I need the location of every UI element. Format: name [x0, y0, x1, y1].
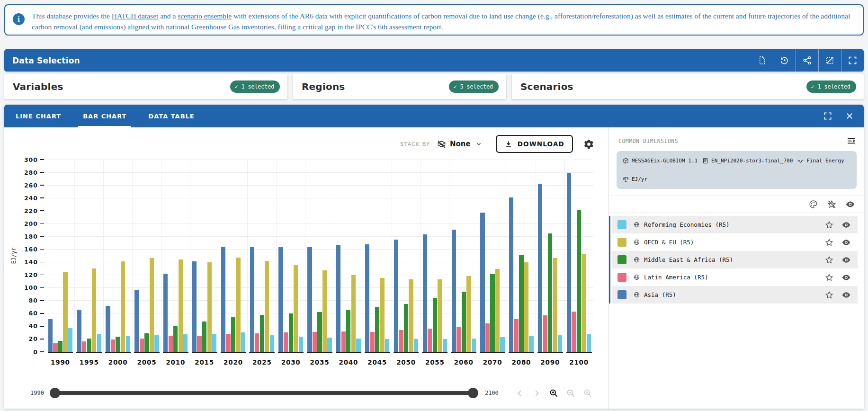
chart-controls: STACK BY None DOWNLOAD: [4, 135, 608, 153]
model-icon: [622, 157, 629, 164]
visibility-eye-icon[interactable]: [841, 238, 851, 247]
year-range-slider-row: 1990 2100: [4, 377, 608, 409]
legend-label: OECD & EU (R5): [644, 239, 694, 246]
unstar-all-icon[interactable]: [827, 199, 837, 209]
legend-label: Reforming Economies (R5): [644, 221, 730, 228]
fullscreen-icon[interactable]: [841, 49, 864, 71]
legend-row[interactable]: Middle East & Africa (R5): [612, 251, 858, 268]
favorite-star-icon[interactable]: [824, 220, 834, 230]
favorite-star-icon[interactable]: [824, 273, 834, 282]
check-icon: ✓: [811, 83, 814, 90]
svg-text:2015: 2015: [195, 358, 214, 366]
common-dimensions-title: COMMON DIMENSIONS: [618, 138, 678, 144]
svg-text:EJ/yr: EJ/yr: [10, 248, 17, 264]
regions-card[interactable]: Regions ✓ 5 selected: [293, 74, 506, 99]
tab-line-chart[interactable]: LINE CHART: [5, 105, 72, 127]
check-icon: ✓: [235, 83, 238, 90]
banner-text-2: and a: [158, 12, 178, 20]
toggle-all-visibility-eye-icon[interactable]: [845, 199, 855, 209]
favorite-star-icon[interactable]: [824, 238, 834, 247]
visibility-eye-icon[interactable]: [841, 290, 851, 300]
scenario-ensemble-link[interactable]: scenario ensemble: [178, 12, 232, 20]
series-color-swatch: [617, 220, 626, 229]
pan-right-icon[interactable]: [532, 388, 542, 398]
svg-text:2025: 2025: [252, 358, 272, 366]
zoom-in-icon[interactable]: [549, 388, 559, 398]
region-globe-icon: [633, 291, 640, 298]
year-range-slider[interactable]: [50, 388, 478, 398]
tab-data-table[interactable]: DATA TABLE: [138, 105, 205, 127]
legend-row[interactable]: Reforming Economies (R5): [612, 216, 858, 233]
svg-text:2045: 2045: [367, 358, 387, 366]
svg-text:2060: 2060: [454, 358, 474, 366]
tab-bar-chart[interactable]: BAR CHART: [72, 105, 137, 127]
svg-text:2070: 2070: [483, 358, 502, 366]
common-dimensions-header: COMMON DIMENSIONS: [618, 136, 856, 146]
variables-title: Variables: [13, 81, 63, 92]
new-selection-icon[interactable]: [751, 49, 773, 71]
history-icon[interactable]: [773, 49, 796, 71]
legend-row[interactable]: Latin America (R5): [612, 268, 858, 286]
svg-text:220: 220: [24, 207, 38, 214]
svg-text:2080: 2080: [512, 358, 531, 366]
slider-handle-min[interactable]: [50, 388, 60, 398]
svg-text:300: 300: [24, 156, 38, 163]
visibility-eye-icon[interactable]: [841, 255, 851, 265]
download-label: DOWNLOAD: [518, 140, 564, 148]
chart-tabbar: LINE CHART BAR CHART DATA TABLE: [4, 105, 864, 127]
palette-icon[interactable]: [808, 199, 818, 209]
scenario-icon: [702, 157, 709, 164]
favorite-star-icon[interactable]: [824, 290, 834, 300]
region-globe-icon: [633, 256, 640, 263]
visibility-eye-icon[interactable]: [841, 273, 851, 282]
svg-text:2055: 2055: [425, 358, 445, 366]
stack-by-label: STACK BY: [400, 141, 430, 147]
scenarios-card[interactable]: Scenarios ✓ 1 selected: [512, 74, 864, 99]
favorite-star-icon[interactable]: [824, 255, 834, 265]
dimension-text: Final Energy: [806, 158, 844, 164]
svg-text:180: 180: [24, 233, 38, 240]
svg-text:60: 60: [29, 310, 38, 317]
slider-handle-max[interactable]: [468, 388, 478, 398]
svg-text:200: 200: [24, 220, 38, 227]
variables-selected-badge: ✓ 1 selected: [230, 80, 280, 93]
series-color-swatch: [617, 290, 626, 299]
visibility-eye-icon[interactable]: [841, 220, 851, 230]
svg-text:0: 0: [33, 348, 38, 356]
data-selection-actions: [751, 49, 864, 71]
slider-nav: [515, 388, 593, 398]
stack-by-select[interactable]: None: [437, 139, 483, 149]
dimension-chip: Final Energy: [797, 157, 844, 164]
legend-row[interactable]: OECD & EU (R5): [612, 233, 858, 251]
svg-text:100: 100: [24, 284, 38, 291]
page: i This database provides the HATCH datas…: [0, 0, 868, 411]
svg-text:120: 120: [24, 271, 38, 278]
zoom-reset-icon[interactable]: [583, 388, 593, 398]
svg-text:260: 260: [24, 182, 38, 189]
hatch-dataset-link[interactable]: HATCH dataset: [112, 12, 159, 20]
clear-selection-icon[interactable]: [819, 49, 841, 71]
dimension-text: EJ/yr: [632, 176, 647, 182]
data-selection-title: Data Selection: [12, 56, 80, 65]
settings-gear-icon[interactable]: [583, 139, 594, 150]
scenarios-title: Scenarios: [520, 81, 573, 92]
legend-label: Asia (R5): [644, 291, 676, 298]
chart-pane: STACK BY None DOWNLOAD 02040608010012014…: [4, 127, 608, 409]
legend-row[interactable]: Asia (R5): [612, 286, 858, 304]
download-button[interactable]: DOWNLOAD: [496, 135, 573, 153]
expand-icon[interactable]: [823, 111, 832, 121]
share-icon[interactable]: [796, 49, 818, 71]
slider-track[interactable]: [54, 391, 474, 395]
svg-text:140: 140: [24, 259, 38, 266]
stack-by-value: None: [450, 140, 471, 148]
tabbar-actions: [823, 105, 864, 127]
svg-text:2035: 2035: [310, 358, 330, 366]
series-color-swatch: [617, 238, 626, 247]
pan-left-icon[interactable]: [515, 388, 525, 398]
bar-chart: 0204060801001201401601802002202402602803…: [4, 153, 608, 377]
zoom-out-icon[interactable]: [566, 388, 576, 398]
svg-text:2100: 2100: [569, 358, 589, 366]
close-icon[interactable]: [845, 111, 854, 121]
collapse-panel-icon[interactable]: [846, 136, 856, 146]
variables-card[interactable]: Variables ✓ 1 selected: [4, 74, 287, 99]
